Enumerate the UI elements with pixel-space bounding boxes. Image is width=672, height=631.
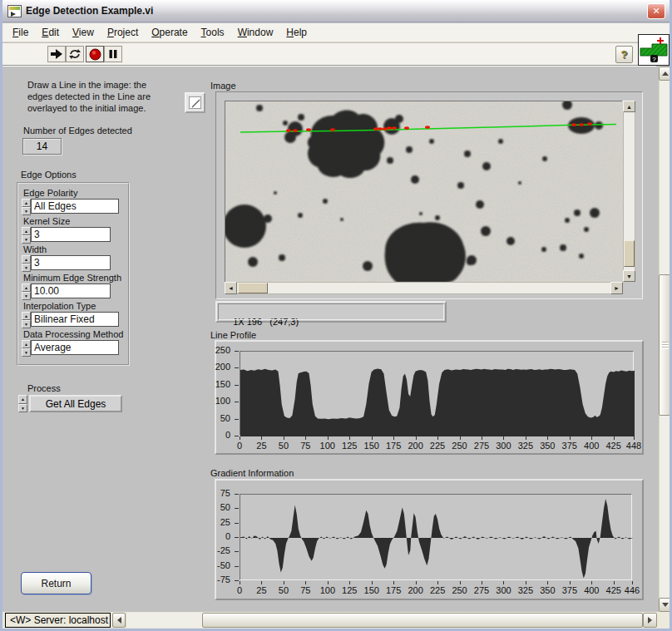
line-tool-button[interactable] (185, 92, 205, 113)
window-vscroll-up-button[interactable] (659, 67, 672, 81)
close-button[interactable]: ✕ (647, 3, 665, 19)
x-tick-mark (614, 581, 615, 584)
menu-bar: FileEditViewProjectOperateToolsWindowHel… (2, 23, 670, 42)
x-tick-mark (284, 581, 284, 584)
field-kernel-size-label: Kernel Size (23, 216, 128, 226)
window-hscroll-right-button[interactable] (643, 613, 657, 628)
toolbar: ? (2, 43, 656, 66)
x-tick-label: 350 (536, 441, 559, 451)
status-bar: <W> Server: localhost (2, 612, 670, 629)
process-spinner[interactable]: ▲ ▼ (18, 395, 27, 412)
title-bar[interactable]: Edge Detection Example.vi ✕ (2, 0, 670, 22)
run-button[interactable] (47, 46, 66, 62)
image-vscroll-thumb[interactable] (624, 240, 635, 267)
field-width-label: Width (23, 244, 128, 254)
spin-up-icon[interactable]: ▲ (22, 312, 31, 320)
field-interpolation-type-spinner[interactable]: ▲▼ (22, 312, 31, 327)
x-tick-label: 175 (382, 585, 405, 595)
x-tick-mark (570, 581, 571, 584)
menu-item-project[interactable]: Project (101, 24, 145, 41)
field-width-value[interactable]: 3 (31, 255, 111, 270)
spin-down-icon[interactable]: ▼ (22, 207, 31, 215)
field-edge-polarity-value[interactable]: All Edges (31, 199, 119, 214)
spin-down-icon[interactable]: ▼ (22, 320, 31, 328)
image-hscroll-right-icon[interactable]: ► (610, 282, 623, 294)
spin-down-icon[interactable]: ▼ (22, 264, 31, 272)
y-tick-label: 150 (215, 379, 230, 389)
window-vscroll-down-button[interactable] (659, 598, 672, 612)
field-minimum-edge-strength-spinner[interactable]: ▲▼ (22, 283, 31, 298)
image-hscroll-left-icon[interactable]: ◄ (225, 282, 237, 294)
menu-item-help[interactable]: Help (279, 24, 314, 41)
window-title: Edge Detection Example.vi (26, 5, 153, 17)
y-tick-mark (235, 494, 239, 495)
menu-item-tools[interactable]: Tools (195, 24, 231, 41)
process-value-button[interactable]: Get All Edges (29, 395, 122, 412)
x-tick-mark (261, 581, 262, 584)
menu-item-edit[interactable]: Edit (35, 24, 66, 41)
pause-icon (108, 49, 118, 59)
field-kernel-size-spinner[interactable]: ▲▼ (22, 227, 31, 242)
y-tick-mark (235, 566, 239, 567)
field-width-spinner[interactable]: ▲▼ (22, 255, 31, 270)
spin-down-icon[interactable]: ▼ (22, 348, 31, 357)
return-button[interactable]: Return (21, 572, 91, 594)
spin-down-icon[interactable]: ▼ (18, 404, 27, 413)
menu-item-operate[interactable]: Operate (145, 24, 194, 41)
field-data-processing-method-value[interactable]: Average (31, 340, 119, 355)
image-vscroll-up-icon[interactable]: ▲ (623, 101, 635, 112)
image-label: Image (210, 81, 236, 91)
image-hscroll-thumb[interactable] (238, 283, 268, 293)
window-hscroll-left-button[interactable] (112, 613, 126, 628)
menu-item-view[interactable]: View (66, 24, 101, 41)
window-vscroll-thumb[interactable] (659, 274, 672, 416)
intensity-profile-plot (240, 368, 635, 436)
field-interpolation-type-value[interactable]: Bilinear Fixed (31, 312, 119, 327)
menu-item-file[interactable]: File (6, 24, 35, 41)
x-tick-mark (393, 581, 394, 584)
spin-up-icon[interactable]: ▲ (22, 255, 31, 264)
run-icon (50, 48, 63, 60)
edges-count-value[interactable]: 14 (22, 138, 62, 155)
image-hscrollbar[interactable] (225, 282, 623, 294)
field-data-processing-method-spinner[interactable]: ▲▼ (22, 340, 31, 355)
spin-up-icon[interactable]: ▲ (22, 227, 31, 235)
x-tick-mark (526, 581, 526, 584)
chevron-left-icon (117, 617, 121, 624)
x-tick-label: 225 (426, 441, 449, 451)
x-tick-label: 175 (382, 441, 405, 451)
field-minimum-edge-strength-value[interactable]: 10.00 (31, 283, 111, 298)
svg-text:?: ? (652, 56, 656, 63)
edge-options-label: Edge Options (21, 170, 77, 180)
line-profile-title: Line Profile (210, 330, 256, 340)
help-button[interactable]: ? (615, 46, 633, 63)
spin-up-icon[interactable]: ▲ (18, 395, 27, 404)
y-tick-label: 50 (220, 502, 230, 512)
x-tick-label: 250 (448, 585, 472, 595)
window-hscroll-thumb[interactable] (202, 613, 643, 628)
field-kernel-size-value[interactable]: 3 (31, 227, 111, 242)
spin-up-icon[interactable]: ▲ (22, 199, 31, 207)
abort-button[interactable] (86, 46, 104, 62)
spin-down-icon[interactable]: ▼ (22, 292, 31, 300)
gradient-plot (240, 499, 633, 579)
pause-button[interactable] (104, 46, 122, 62)
x-tick-mark (349, 436, 350, 440)
y-tick-label: 0 (225, 531, 230, 541)
image-display[interactable] (225, 101, 622, 282)
spin-up-icon[interactable]: ▲ (22, 340, 31, 348)
run-continuously-button[interactable] (66, 46, 84, 62)
y-tick-mark (235, 580, 239, 581)
menu-item-window[interactable]: Window (231, 24, 280, 41)
spin-up-icon[interactable]: ▲ (22, 283, 31, 292)
y-tick-mark (235, 419, 239, 420)
spin-down-icon[interactable]: ▼ (22, 235, 31, 244)
field-edge-polarity-spinner[interactable]: ▲▼ (22, 199, 31, 214)
panel-context-icon[interactable]: ? (638, 34, 670, 66)
x-tick-label: 75 (294, 441, 317, 451)
image-vscroll-down-icon[interactable]: ▼ (623, 270, 635, 282)
y-tick-mark (235, 385, 239, 386)
x-tick-label: 0 (228, 441, 251, 451)
y-tick-mark (235, 551, 239, 552)
chart-plot-area (240, 351, 634, 436)
